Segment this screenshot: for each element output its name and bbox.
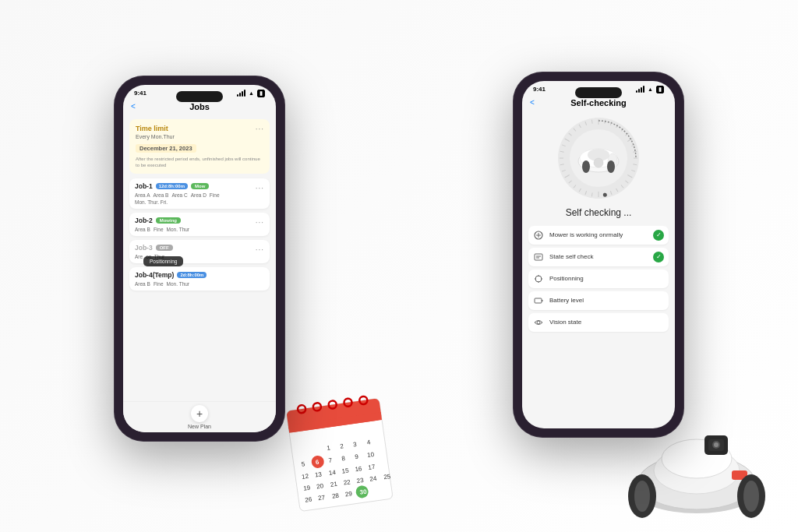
- job1-timer: 12d:8h:00m: [156, 183, 188, 189]
- selfcheck-main-title: Self checking ...: [528, 207, 669, 218]
- scene: 9:41 ▲ ▮ < Jobs: [0, 0, 798, 532]
- job3-menu[interactable]: ···: [256, 245, 264, 254]
- job-1[interactable]: ··· Job-1 12d:8h:00m Mow Area A Area B A…: [129, 178, 270, 209]
- job4-header: Job-4(Temp) 2d:8h:00m: [135, 271, 264, 279]
- status-icons-right: ▲ ▮: [636, 86, 664, 93]
- time-left: 9:41: [134, 90, 147, 97]
- check-item-position: Positionning: [528, 270, 669, 288]
- time-limit-menu[interactable]: ···: [256, 125, 264, 133]
- time-limit-card[interactable]: ··· Time limit Every Mon.Thur December 2…: [129, 119, 270, 174]
- back-button-left[interactable]: <: [131, 102, 136, 111]
- vision-check-label: Vision state: [549, 319, 653, 326]
- svg-text:27: 27: [318, 494, 327, 502]
- battery-check-status: [653, 295, 664, 306]
- svg-text:Fri: Fri: [365, 426, 373, 432]
- svg-text:10: 10: [367, 451, 376, 459]
- calendar-decoration: Sun Mon Tues Wed Thur Fri 1 2 3 4 5 6 7 …: [281, 382, 398, 520]
- svg-text:30: 30: [359, 488, 368, 496]
- svg-point-110: [714, 442, 719, 447]
- jobs-title: Jobs: [189, 102, 210, 111]
- svg-text:24: 24: [369, 475, 378, 483]
- svg-text:23: 23: [356, 477, 365, 484]
- svg-text:28: 28: [331, 492, 340, 500]
- job-4[interactable]: Job-4(Temp) 2d:8h:00m Area B Fine Mon. T…: [129, 267, 270, 291]
- job1-tag: Mow: [191, 183, 209, 189]
- job2-details: Area B Fine Mon. Thur: [135, 227, 264, 232]
- battery-check-label: Battery level: [549, 297, 653, 304]
- job1-schedule: Mon. Thur. Fri.: [135, 199, 264, 205]
- state-check-status: ✓: [653, 252, 664, 262]
- mower-check-label: Mower is working onrmally: [549, 231, 653, 238]
- svg-text:22: 22: [343, 478, 351, 486]
- mower-check-icon: [533, 230, 544, 241]
- job3-header: Job-3 OFF: [135, 244, 264, 252]
- robot-inner-circle: [570, 129, 627, 187]
- job4-name: Job-4(Temp): [135, 271, 174, 279]
- new-plan-label: New Plan: [188, 424, 211, 429]
- new-plan-area: + New Plan: [123, 401, 276, 432]
- svg-point-86: [582, 160, 590, 173]
- selfcheck-content: Self checking ... Mower is working onrma…: [522, 112, 675, 417]
- positionning-tooltip: Positionning: [143, 256, 183, 266]
- back-button-right[interactable]: <: [530, 98, 535, 107]
- bar3: [242, 91, 243, 97]
- selfcheck-title-header: Self-checking: [570, 98, 627, 107]
- svg-text:19: 19: [303, 484, 312, 492]
- svg-text:21: 21: [330, 481, 338, 488]
- bar1: [237, 94, 238, 97]
- job1-details: Area A Area B Area C Area D Fine: [135, 192, 264, 198]
- rbar2: [638, 89, 640, 93]
- time-limit-note: After the restricted period ends, unfini…: [136, 156, 263, 169]
- time-limit-date: December 21, 2023: [136, 144, 196, 153]
- rbar4: [643, 86, 644, 93]
- bar4: [244, 90, 245, 97]
- svg-text:15: 15: [341, 467, 350, 474]
- battery-icon-right: ▮: [656, 86, 664, 93]
- svg-text:17: 17: [368, 463, 376, 471]
- job1-name: Job-1: [135, 182, 153, 190]
- robot-dial-area: [528, 115, 669, 201]
- jobs-content: ··· Time limit Every Mon.Thur December 2…: [123, 116, 276, 421]
- svg-rect-100: [535, 298, 542, 303]
- job2-tag: Mowing: [156, 217, 181, 224]
- job-2[interactable]: ··· Job-2 Mowing Area B Fine Mon. Thur: [129, 213, 270, 236]
- dynamic-island-right: [575, 87, 622, 98]
- svg-point-115: [743, 481, 759, 512]
- time-right: 9:41: [533, 86, 546, 93]
- job2-menu[interactable]: ···: [256, 218, 264, 227]
- svg-rect-101: [542, 300, 543, 301]
- job1-menu[interactable]: ···: [256, 184, 264, 192]
- check-list: Mower is working onrmally ✓ State self c…: [528, 226, 669, 332]
- svg-text:29: 29: [344, 490, 353, 498]
- rbar3: [641, 87, 642, 93]
- position-check-icon: [533, 273, 544, 284]
- svg-text:25: 25: [383, 473, 392, 481]
- job3-tag: OFF: [156, 245, 173, 251]
- job4-details: Area B Fine Mon. Thur: [135, 281, 264, 287]
- job2-header: Job-2 Mowing: [135, 217, 264, 224]
- status-icons-left: ▲ ▮: [237, 90, 265, 97]
- svg-point-102: [537, 321, 540, 324]
- job-3[interactable]: ··· Job-3 OFF Are on. Thur Positionning: [129, 240, 270, 263]
- right-phone: 9:41 ▲ ▮ < Self-checking: [513, 72, 684, 438]
- signal-bars-left: [237, 90, 245, 97]
- position-check-status: [653, 273, 664, 284]
- check-item-battery: Battery level: [528, 291, 669, 310]
- vision-check-status: [653, 317, 664, 328]
- right-phone-screen: 9:41 ▲ ▮ < Self-checking: [522, 81, 675, 428]
- dynamic-island-left: [176, 91, 223, 102]
- svg-text:16: 16: [355, 465, 363, 473]
- battery-check-icon: [533, 295, 544, 306]
- check-item-mower: Mower is working onrmally ✓: [528, 226, 669, 245]
- new-plan-button[interactable]: +: [191, 405, 208, 422]
- svg-text:20: 20: [316, 482, 325, 490]
- vision-check-icon: [533, 317, 544, 328]
- signal-bars-right: [636, 86, 644, 93]
- left-phone-screen: 9:41 ▲ ▮ < Jobs: [123, 85, 276, 432]
- wifi-icon-left: ▲: [249, 90, 254, 96]
- check-item-vision: Vision state: [528, 313, 669, 332]
- time-limit-subtitle: Every Mon.Thur: [136, 134, 263, 139]
- time-limit-title: Time limit: [136, 125, 263, 132]
- position-check-label: Positionning: [549, 275, 653, 282]
- left-phone: 9:41 ▲ ▮ < Jobs: [114, 76, 285, 442]
